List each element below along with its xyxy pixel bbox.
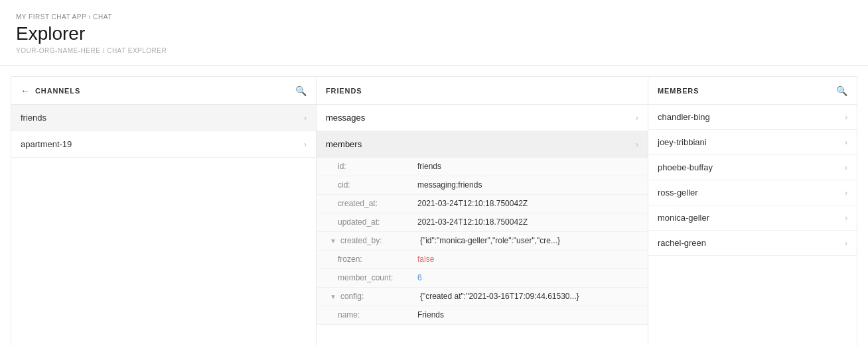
detail-value-cid: messaging:friends xyxy=(417,180,482,190)
detail-row-name: name: Friends xyxy=(317,306,648,325)
channels-search-icon[interactable]: 🔍 xyxy=(295,86,307,96)
back-arrow-icon[interactable]: ← xyxy=(21,86,30,96)
channel-item-label: friends xyxy=(21,113,46,123)
member-item-monica[interactable]: monica-geller › xyxy=(648,205,857,231)
chevron-right-icon: › xyxy=(845,113,847,122)
detail-value-id: friends xyxy=(417,162,441,171)
member-name: joey-tribbiani xyxy=(658,137,707,147)
detail-value-config: {"created at":"2021-03-16T17:09:44.61530… xyxy=(420,292,579,301)
detail-row-created-by: ▼ created_by: {"id":"monica-geller","rol… xyxy=(317,232,648,251)
detail-value-name: Friends xyxy=(417,310,444,319)
friends-messages-label: messages xyxy=(326,113,365,123)
detail-row-created-at: created_at: 2021-03-24T12:10:18.750042Z xyxy=(317,195,648,213)
members-search-icon[interactable]: 🔍 xyxy=(836,86,847,96)
friends-panel-header: FRIENDS xyxy=(317,77,648,105)
detail-value-updated-at: 2021-03-24T12:10:18.750042Z xyxy=(417,217,528,227)
chevron-right-icon: › xyxy=(304,140,307,149)
friends-messages-item[interactable]: messages › xyxy=(317,105,648,131)
chevron-right-icon: › xyxy=(845,138,847,147)
member-item-phoebe[interactable]: phoebe-buffay › xyxy=(648,155,857,180)
chevron-right-icon: › xyxy=(845,163,847,172)
chevron-right-icon: › xyxy=(636,140,638,149)
member-name: rachel-green xyxy=(658,238,706,248)
detail-row-id: id: friends xyxy=(317,158,648,176)
members-detail-section: id: friends cid: messaging:friends creat… xyxy=(317,158,648,325)
member-name: ross-geller xyxy=(658,188,698,198)
page-title: Explorer xyxy=(16,23,852,44)
friends-panel-title: FRIENDS xyxy=(326,87,362,95)
member-item-rachel[interactable]: rachel-green › xyxy=(648,231,857,256)
member-item-ross[interactable]: ross-geller › xyxy=(648,180,857,205)
explorer-container: ← CHANNELS 🔍 friends › apartment-19 › FR… xyxy=(11,76,857,346)
friends-members-item[interactable]: members › xyxy=(317,131,648,158)
chevron-right-icon: › xyxy=(304,113,307,123)
members-panel-header: MEMBERS 🔍 xyxy=(648,77,857,105)
channels-panel-title: CHANNELS xyxy=(35,87,80,95)
detail-row-updated-at: updated_at: 2021-03-24T12:10:18.750042Z xyxy=(317,213,648,232)
detail-value-created-at: 2021-03-24T12:10:18.750042Z xyxy=(417,199,528,208)
channels-header-left: ← CHANNELS xyxy=(21,86,80,96)
page-subtitle: YOUR-ORG-NAME-HERE / CHAT EXPLORER xyxy=(16,47,852,54)
detail-key-created-at: created_at: xyxy=(338,199,417,208)
channels-panel-header: ← CHANNELS 🔍 xyxy=(11,77,316,105)
friends-panel: FRIENDS messages › members › id: friends… xyxy=(317,77,648,346)
detail-row-config: ▼ config: {"created at":"2021-03-16T17:0… xyxy=(317,288,648,306)
member-item-joey[interactable]: joey-tribbiani › xyxy=(648,130,857,155)
detail-value-frozen: false xyxy=(417,255,434,264)
detail-value-member-count: 6 xyxy=(417,273,422,282)
channels-list: friends › apartment-19 › xyxy=(11,105,316,158)
chevron-right-icon: › xyxy=(845,213,847,223)
chevron-right-icon: › xyxy=(845,188,847,198)
members-list: chandler-bing › joey-tribbiani › phoebe-… xyxy=(648,105,857,256)
channel-item-label: apartment-19 xyxy=(21,139,72,149)
members-panel-title: MEMBERS xyxy=(658,87,699,95)
detail-key-cid: cid: xyxy=(338,180,417,190)
detail-key-name: name: xyxy=(338,310,417,319)
detail-key-created-by: created_by: xyxy=(340,236,420,245)
chevron-right-icon: › xyxy=(845,239,847,248)
friends-members-label: members xyxy=(326,139,362,149)
member-name: monica-geller xyxy=(658,213,709,223)
member-name: chandler-bing xyxy=(658,112,710,122)
detail-row-frozen: frozen: false xyxy=(317,251,648,269)
detail-key-updated-at: updated_at: xyxy=(338,217,417,227)
channels-panel: ← CHANNELS 🔍 friends › apartment-19 › xyxy=(11,77,317,346)
channel-item-friends[interactable]: friends › xyxy=(11,105,316,131)
channel-item-apartment19[interactable]: apartment-19 › xyxy=(11,131,316,158)
page-header: MY FIRST CHAT APP › CHAT Explorer YOUR-O… xyxy=(0,0,868,66)
detail-key-frozen: frozen: xyxy=(338,255,417,264)
expand-icon-config: ▼ xyxy=(330,293,336,300)
members-panel: MEMBERS 🔍 chandler-bing › joey-tribbiani… xyxy=(648,77,857,346)
detail-row-member-count: member_count: 6 xyxy=(317,269,648,288)
chevron-right-icon: › xyxy=(636,113,638,123)
expand-icon-created-by: ▼ xyxy=(330,237,336,245)
member-name: phoebe-buffay xyxy=(658,162,713,172)
detail-key-config: config: xyxy=(340,292,420,301)
detail-key-member-count: member_count: xyxy=(338,273,417,282)
detail-key-id: id: xyxy=(338,162,417,171)
detail-value-created-by: {"id":"monica-geller","role":"user","cre… xyxy=(420,236,560,245)
detail-row-cid: cid: messaging:friends xyxy=(317,176,648,195)
member-item-chandler[interactable]: chandler-bing › xyxy=(648,105,857,130)
breadcrumb: MY FIRST CHAT APP › CHAT xyxy=(16,13,852,21)
